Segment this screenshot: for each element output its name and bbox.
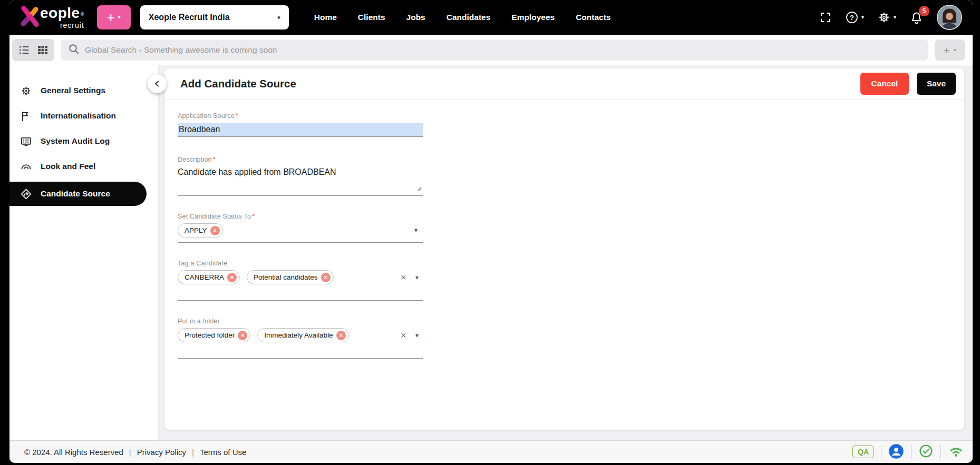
main-area: General Settings Internationalisation Sy… [9,65,973,440]
tag-chip: Potential candidates × [247,270,334,284]
required-asterisk: * [236,112,238,120]
field-put-in-folder: Put in a folder Protected folder × Immed… [178,318,423,359]
application-source-input[interactable]: Broadbean [178,123,423,137]
company-selector-value: Xeople Recruit India [149,13,230,22]
sidebar-item-label: Candidate Source [41,189,110,199]
top-navbar: eople® recruit + ▾ Xeople Recruit India … [9,0,973,35]
folder-multiselect[interactable]: Protected folder × Immediately Available… [178,328,423,359]
content-area: Add Candidate Source Cancel Save Applica… [158,65,973,440]
required-asterisk: * [252,213,255,220]
sidebar-item-label: Look and Feel [41,162,95,171]
privacy-policy-link[interactable]: Privacy Policy [137,448,186,457]
cancel-button[interactable]: Cancel [860,73,909,95]
global-search [61,39,928,61]
sidebar-item-label: General Settings [41,86,105,95]
brand-logo[interactable]: eople® recruit [18,4,84,31]
chip-remove-icon[interactable]: × [210,226,220,235]
audit-log-icon [20,135,32,147]
sidebar-item-internationalisation[interactable]: Internationalisation [9,103,158,128]
status-check-icon[interactable] [918,443,934,460]
dropdown-caret-icon[interactable]: ▾ [415,332,419,339]
chevron-down-icon: ▾ [861,15,864,20]
plus-icon: + [944,45,950,56]
profile-status-icon[interactable] [888,443,904,461]
svg-text:?: ? [850,14,854,22]
settings-sidebar: General Settings Internationalisation Sy… [9,65,158,440]
logo-subtitle: recruit [60,22,84,29]
field-tag-candidate: Tag a Candidate CANBERRA × Potential can… [178,260,423,301]
copyright-text: © 2024. All Rights Reserved [24,448,123,457]
search-icon [68,43,80,57]
nav-clients[interactable]: Clients [358,13,385,22]
dropdown-caret-icon[interactable]: ▾ [415,274,419,281]
sidebar-item-look-and-feel[interactable]: Look and Feel [9,154,158,179]
settings-menu[interactable]: ▾ [877,11,896,24]
chevron-down-icon: ▾ [277,15,280,21]
notification-count-badge: 5 [919,6,929,16]
sidebar-item-label: System Audit Log [41,136,110,146]
notifications-bell[interactable]: 5 [909,11,924,25]
wifi-status-icon[interactable] [948,443,964,461]
sidebar-item-candidate-source[interactable]: Candidate Source [9,182,147,206]
field-label: Application Source [178,112,235,120]
description-textarea[interactable]: Candidate has applied from BROADBEAN [178,166,423,196]
gear-icon [877,11,891,24]
nav-candidates[interactable]: Candidates [447,13,491,22]
field-label: Description [178,156,212,163]
add-candidate-source-card: Add Candidate Source Cancel Save Applica… [164,68,964,430]
fullscreen-icon[interactable] [819,11,832,24]
sidebar-item-system-audit-log[interactable]: System Audit Log [9,128,158,154]
sidebar-item-general-settings[interactable]: General Settings [9,78,158,103]
view-toggle [12,39,54,61]
global-search-input[interactable] [85,45,921,55]
user-avatar[interactable] [937,5,962,30]
chip-remove-icon[interactable]: × [227,273,237,282]
chip-remove-icon[interactable]: × [321,273,331,282]
terms-of-use-link[interactable]: Terms of Use [200,448,246,457]
grid-view-icon[interactable] [37,44,48,56]
save-button[interactable]: Save [917,73,956,95]
candidate-status-select[interactable]: APPLY × ▾ [178,223,423,243]
tag-chip: CANBERRA × [178,270,240,284]
nav-contacts[interactable]: Contacts [576,13,610,22]
clear-all-icon[interactable]: × [401,330,406,340]
application-source-value: Broadbean [179,125,220,134]
xeople-x-logo-icon [18,4,42,31]
chevron-down-icon: ▾ [894,15,896,20]
environment-badge: QA [852,446,874,458]
required-asterisk: * [213,156,216,163]
chip-remove-icon[interactable]: × [336,331,346,340]
chip-remove-icon[interactable]: × [238,331,247,340]
look-feel-icon [20,161,32,173]
list-view-icon[interactable] [18,44,30,56]
field-label: Put in a folder [178,318,220,325]
logo-wordmark: eople® [40,6,84,21]
clear-all-icon[interactable]: × [401,272,406,282]
chip-label: APPLY [185,226,207,234]
card-header: Add Candidate Source Cancel Save [164,68,964,100]
field-label: Set Candidate Status To [178,213,251,220]
nav-home[interactable]: Home [314,13,337,22]
flag-icon [20,110,32,122]
plus-icon: + [107,11,115,24]
tag-candidate-multiselect[interactable]: CANBERRA × Potential candidates × × [178,270,423,301]
nav-jobs[interactable]: Jobs [406,13,425,22]
page-title: Add Candidate Source [180,77,296,90]
sidebar-item-label: Internationalisation [41,111,116,121]
collapse-sidebar-button[interactable] [148,74,167,93]
chip-label: Potential candidates [254,273,318,281]
add-new-button[interactable]: + ▾ [935,39,965,61]
description-value: Candidate has applied from BROADBEAN [178,167,336,176]
chevron-down-icon: ▾ [118,15,121,20]
help-icon: ? [845,11,859,24]
chevron-left-icon [152,78,162,89]
candidate-source-icon [20,188,32,200]
folder-chip: Protected folder × [178,328,250,342]
company-selector[interactable]: Xeople Recruit India ▾ [140,5,289,29]
nav-employees[interactable]: Employees [511,13,555,22]
quick-add-button[interactable]: + ▾ [97,5,131,29]
screen: eople® recruit + ▾ Xeople Recruit India … [0,0,980,465]
dropdown-caret-icon[interactable]: ▾ [414,226,418,234]
help-menu[interactable]: ? ▾ [845,11,864,24]
resize-handle-icon[interactable] [416,184,422,193]
